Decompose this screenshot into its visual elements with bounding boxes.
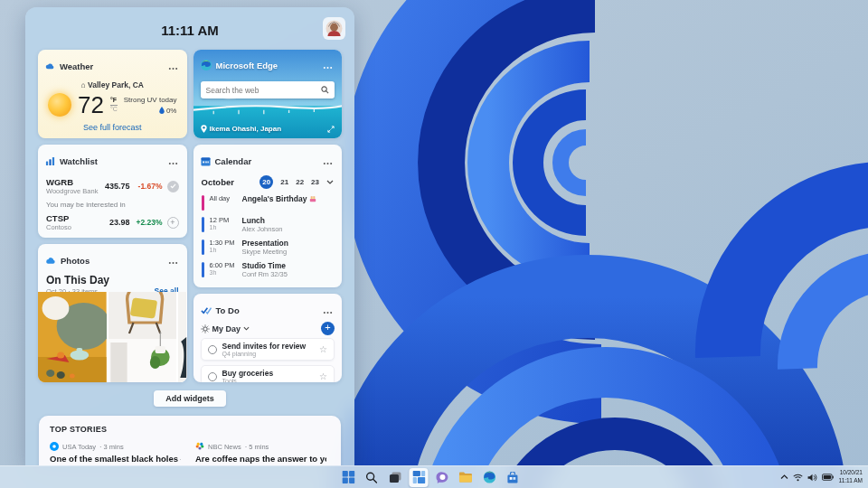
microsoft-store-button[interactable] [503,468,522,487]
calendar-event[interactable]: 12 PM 1h Lunch Alex Johnson [193,213,343,236]
start-button[interactable] [338,468,357,487]
stock-add-button[interactable]: + [167,217,179,229]
event-color-bar [202,262,204,277]
photo-thumbnail-chair[interactable] [108,292,177,382]
article-age: · 3 mins [99,443,124,451]
edge-logo-icon [201,60,212,70]
tray-chevron-up-icon[interactable] [780,474,788,480]
edge-search-bar[interactable] [201,81,335,99]
stock-symbol: CTSP [46,213,102,223]
event-title: Lunch [242,216,283,225]
todo-list-selector[interactable]: My Day [212,324,241,333]
search-button[interactable] [362,468,381,487]
event-time: 6:00 PM [210,261,237,269]
weather-more-button[interactable] [166,56,180,76]
todo-title: To Do [216,305,317,315]
task-item[interactable]: Buy groceries Tools ☆ [201,365,335,382]
edge-more-button[interactable] [321,55,335,75]
weather-unit-toggle: °F °C [110,97,118,114]
calendar-date[interactable]: 22 [296,178,304,186]
calendar-event[interactable]: All day Angela's Birthday [193,192,343,213]
watchlist-more-button[interactable] [166,151,180,171]
stock-price: 23.98 [109,218,130,227]
task-view-button[interactable] [385,468,404,487]
event-title: Angela's Birthday [242,194,317,203]
calendar-title: Calendar [215,156,317,166]
photos-grid [38,292,187,382]
photo-thumbnail-partial[interactable] [178,292,186,382]
chevron-down-icon[interactable] [243,326,250,331]
event-color-bar [202,239,204,255]
unit-celsius[interactable]: °C [110,106,118,114]
event-time: All day [210,194,237,202]
calendar-month-row: October 20 21 22 23 [193,174,343,192]
stock-name: Woodgrove Bank [46,187,102,195]
calendar-date-selected[interactable]: 20 [259,175,273,189]
calendar-date[interactable]: 23 [311,178,319,186]
stock-added-button[interactable] [167,181,179,192]
photos-more-button[interactable] [166,250,180,270]
birthday-cake-icon [309,195,316,202]
news-article[interactable]: USA Today · 3 mins One of the smallest b… [50,442,181,464]
watchlist-chart-icon [45,156,55,166]
chat-button[interactable] [432,468,451,487]
task-view-icon [389,472,401,483]
photo-thumbnail-still-life[interactable] [38,292,107,382]
folder-icon [458,472,472,483]
photos-widget[interactable]: Photos On This Day Oct 20 · 33 items Se [38,244,187,382]
weather-cloud-icon [45,61,55,71]
edge-widget[interactable]: Microsoft Edge [193,50,343,138]
unit-fahrenheit[interactable]: °F [110,97,118,106]
weather-widget[interactable]: Weather ⌂ Valley Park, CA 72 [38,50,187,138]
weather-main: 72 °F °C Strong UV today 0% [38,93,187,117]
todo-check-icon [201,306,212,314]
chevron-down-icon[interactable] [326,180,334,184]
edge-logo-icon [483,471,495,483]
edge-title: Microsoft Edge [216,61,317,70]
add-widgets-button[interactable]: Add widgets [154,390,226,407]
watchlist-widget[interactable]: Watchlist WGRB Woodgrove Bank 435.75 [38,145,187,238]
task-star-button[interactable]: ☆ [319,344,327,354]
photo-image [38,292,107,382]
event-title: Studio Time [242,261,288,270]
expand-icon[interactable] [327,126,335,133]
taskbar-clock[interactable]: 10/20/21 11:11 AM [839,469,863,485]
calendar-event[interactable]: 1:30 PM 1h Presentation Skype Meeting [193,236,343,258]
widgets-icon [412,471,425,483]
todo-widget[interactable]: To Do My Day [193,294,343,382]
volume-icon[interactable] [807,474,817,482]
weather-forecast-link[interactable]: See full forecast [38,123,187,132]
stock-symbol: WGRB [46,177,102,187]
edge-search-input[interactable] [206,86,322,95]
search-icon [365,472,377,483]
user-avatar[interactable] [323,17,345,40]
weather-condition: Strong UV today [124,96,177,104]
widgets-button[interactable] [409,468,428,487]
todo-more-button[interactable] [321,300,335,320]
task-title: Send invites for review [222,342,307,351]
stock-row[interactable]: CTSP Contoso 23.98 +2.23% + [38,211,187,233]
battery-icon[interactable] [822,474,834,481]
edge-photo-caption: Ikema Ohashi, Japan [201,125,335,133]
watchlist-suggestion-label: You may be interested in [38,197,187,211]
calendar-event[interactable]: 6:00 PM 3h Studio Time Conf Rm 32/35 [193,258,343,281]
file-explorer-button[interactable] [456,468,475,487]
calendar-more-button[interactable] [321,151,335,171]
stock-change: -1.67% [130,182,163,191]
task-item[interactable]: Send invites for review Q4 planning ☆ [201,338,335,361]
calendar-widget[interactable]: Calendar October 20 21 22 [193,145,343,287]
task-complete-checkbox[interactable] [208,345,217,354]
taskbar: 10/20/21 11:11 AM [0,465,868,488]
event-duration: 3h [210,269,237,276]
calendar-date[interactable]: 21 [280,178,288,186]
edge-browser-button[interactable] [479,468,498,487]
wifi-icon[interactable] [793,474,803,482]
add-task-button[interactable]: + [321,322,335,335]
task-subtitle: Tools [222,378,274,382]
event-duration: 1h [210,224,237,230]
stock-row[interactable]: WGRB Woodgrove Bank 435.75 -1.67% [38,174,187,197]
task-star-button[interactable]: ☆ [319,371,327,381]
task-complete-checkbox[interactable] [208,372,217,381]
news-article[interactable]: NBC News · 5 mins Are coffee naps the an… [195,442,326,464]
more-icon [168,162,178,165]
